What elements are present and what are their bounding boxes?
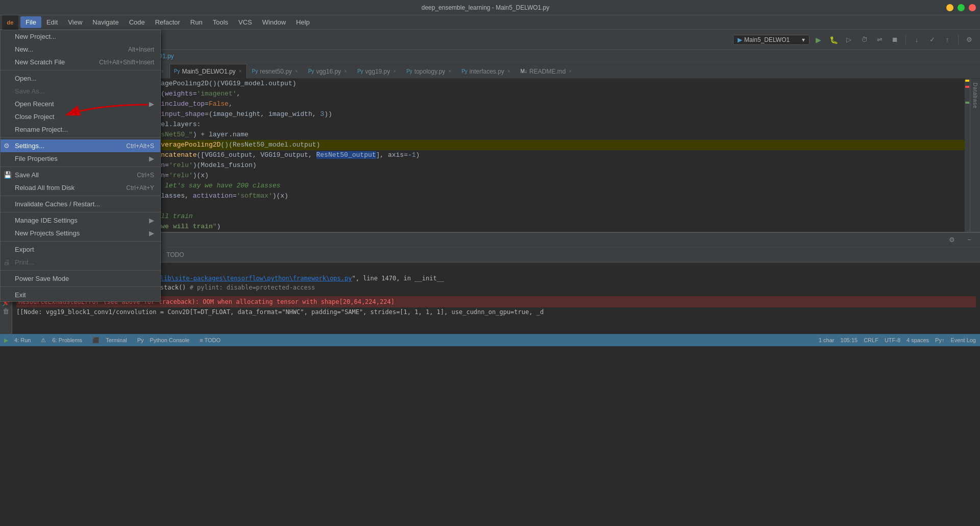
status-encoding[interactable]: UTF-8 xyxy=(885,337,900,343)
menu-print[interactable]: 🖨 Print... xyxy=(1,256,160,269)
menu-file[interactable]: File xyxy=(20,16,41,28)
tab-interfaces-close[interactable]: × xyxy=(506,68,511,75)
menu-new-scratch-file[interactable]: New Scratch File Ctrl+Alt+Shift+Insert xyxy=(1,56,160,68)
status-terminal-icon[interactable]: ⬛ xyxy=(92,337,100,344)
menu-power-save[interactable]: Power Save Mode xyxy=(1,272,160,285)
code-line: models_fusion = layers.concatenate([VGG1… xyxy=(20,150,970,160)
status-line-ending[interactable]: CRLF xyxy=(864,337,878,343)
menu-window[interactable]: Window xyxy=(257,16,291,28)
vcs-update-btn[interactable]: ↓ xyxy=(910,33,923,46)
code-line: # and a logistic layer -- let's say we h… xyxy=(20,181,970,191)
run-trash-btn[interactable]: 🗑 xyxy=(3,308,9,315)
menu-settings[interactable]: ⚙ Settings... Ctrl+Alt+S xyxy=(1,139,160,152)
vcs-push-btn[interactable]: ↑ xyxy=(941,33,954,46)
status-position[interactable]: 105:15 xyxy=(841,337,858,343)
new-projects-settings-label: New Projects Settings xyxy=(15,229,80,237)
menu-run[interactable]: Run xyxy=(185,16,208,28)
line-content: # this is the model we will train xyxy=(43,211,970,222)
settings-toolbar-btn[interactable]: ⚙ xyxy=(963,33,976,46)
concurrency-button[interactable]: ⇌ xyxy=(873,33,886,46)
coverage-button[interactable]: ▷ xyxy=(842,33,855,46)
menu-new[interactable]: New... Alt+Insert xyxy=(1,43,160,56)
bottom-tab-todo[interactable]: TODO xyxy=(161,249,189,260)
status-problems-icon[interactable]: ⚠ xyxy=(41,337,46,344)
menu-invalidate-caches[interactable]: Invalidate Caches / Restart... xyxy=(1,198,160,210)
status-todo-label[interactable]: ≡ TODO xyxy=(200,337,220,343)
menu-edit[interactable]: Edit xyxy=(41,16,63,28)
new-shortcut: Alt+Insert xyxy=(128,46,154,53)
menu-save-as[interactable]: Save As... xyxy=(1,85,160,98)
menu-reload[interactable]: Reload All from Disk Ctrl+Alt+Y xyxy=(1,181,160,194)
run-minimize-btn[interactable]: − xyxy=(963,233,976,247)
menu-exit[interactable]: Exit xyxy=(1,289,160,301)
minimize-button[interactable] xyxy=(946,4,953,11)
tab-readme[interactable]: M↓ README.md × xyxy=(516,64,578,78)
menu-export[interactable]: Export xyxy=(1,243,160,256)
menu-new-projects-settings[interactable]: New Projects Settings ▶ xyxy=(1,227,160,240)
tab-vgg19[interactable]: Py vgg19.py × xyxy=(353,64,402,78)
menu-new-project[interactable]: New Project... xyxy=(1,30,160,43)
close-button[interactable] xyxy=(969,4,976,11)
menu-navigate[interactable]: Navigate xyxy=(87,16,124,28)
separator-1 xyxy=(1,70,160,70)
menu-file-properties[interactable]: File Properties ▶ xyxy=(1,152,160,165)
code-editor[interactable]: VGG19_output = GlobalAveragePooling2D()(… xyxy=(20,79,970,232)
tab-readme-close[interactable]: × xyxy=(568,68,573,75)
db-sidebar: Database xyxy=(970,79,980,232)
menu-code[interactable]: Code xyxy=(124,16,150,28)
status-run-icon[interactable]: ▶ xyxy=(4,337,8,344)
line-content: models_fusion = layers.concatenate([VGG1… xyxy=(43,150,970,160)
editor-area[interactable]: VGG19_output = GlobalAveragePooling2D()(… xyxy=(20,79,970,232)
tab-topology-close[interactable]: × xyxy=(447,68,452,75)
tab-vgg19-close[interactable]: × xyxy=(392,68,397,75)
output-line-5: [[Node: vgg19_block1_conv1/convolution =… xyxy=(16,307,976,317)
stop-button[interactable]: ⏹ xyxy=(888,33,901,46)
status-bar: ▶ 4: Run ⚠ 6: Problems ⬛ Terminal Py Pyt… xyxy=(0,334,980,346)
separator-5 xyxy=(1,212,160,212)
tab-resnet50-close[interactable]: × xyxy=(294,68,299,75)
menu-rename-project[interactable]: Rename Project... xyxy=(1,123,160,136)
maximize-button[interactable] xyxy=(958,4,965,11)
status-indent[interactable]: 4 spaces xyxy=(906,337,929,343)
profile-button[interactable]: ⏱ xyxy=(857,33,871,46)
db-tab-database[interactable]: Database xyxy=(971,79,979,113)
open-label: Open... xyxy=(15,75,37,82)
tab-resnet50-label: resnet50.py xyxy=(260,68,292,75)
menu-vcs[interactable]: VCS xyxy=(233,16,257,28)
menu-open-recent[interactable]: Open Recent ▶ xyxy=(1,98,160,110)
menu-help[interactable]: Help xyxy=(291,16,315,28)
line-content: layer._name = str("ResNet50_") + layer.n… xyxy=(43,130,970,140)
status-lang[interactable]: Py↑ xyxy=(935,337,944,343)
run-config-icon: ▶ xyxy=(738,36,742,43)
menu-open[interactable]: Open... xyxy=(1,72,160,85)
tab-main5[interactable]: Py Main5_DELWO1.py × xyxy=(169,64,248,78)
run-config-selector[interactable]: ▶ Main5_DELWO1 ▾ xyxy=(733,35,810,45)
menu-manage-ide[interactable]: Manage IDE Settings ▶ xyxy=(1,214,160,227)
open-recent-label: Open Recent xyxy=(15,100,54,108)
debug-button[interactable]: 🐛 xyxy=(827,33,840,46)
tab-resnet50[interactable]: Py resnet50.py × xyxy=(247,64,303,78)
menu-save-all[interactable]: 💾 Save All Ctrl+S xyxy=(1,169,160,181)
tab-interfaces[interactable]: Py interfaces.py × xyxy=(457,64,516,78)
tab-vgg16b[interactable]: Py vgg16.py × xyxy=(304,64,353,78)
menu-view[interactable]: View xyxy=(63,16,87,28)
run-settings-btn[interactable]: ⚙ xyxy=(945,233,959,247)
tab-topology[interactable]: Py topology.py × xyxy=(402,64,457,78)
vcs-commit-btn[interactable]: ✓ xyxy=(925,33,939,46)
tab-main5-close[interactable]: × xyxy=(238,68,243,75)
manage-ide-label: Manage IDE Settings xyxy=(15,217,78,224)
menu-refactor[interactable]: Refactor xyxy=(150,16,185,28)
title-bar: deep_ensemble_learning - Main5_DELWO1.py xyxy=(0,0,980,15)
code-line: for layer in ResNet50_model.layers: xyxy=(20,119,970,130)
code-line: ResNet50_model = ResNet50(weights='image… xyxy=(20,89,970,99)
menu-close-project[interactable]: Close Project xyxy=(1,110,160,123)
menu-tools[interactable]: Tools xyxy=(208,16,233,28)
line-content: predictions = Dense(num_classes, activat… xyxy=(43,191,970,201)
status-python-console-icon[interactable]: Py xyxy=(137,337,144,343)
tab-vgg16b-close[interactable]: × xyxy=(343,68,348,75)
status-right-area: 1 char 105:15 CRLF UTF-8 4 spaces Py↑ Ev… xyxy=(819,337,976,343)
tab-interfaces-label: interfaces.py xyxy=(470,68,504,75)
status-event-log[interactable]: Event Log xyxy=(950,337,976,343)
tab-interfaces-icon: Py xyxy=(461,68,468,74)
run-button[interactable]: ▶ xyxy=(812,33,825,46)
